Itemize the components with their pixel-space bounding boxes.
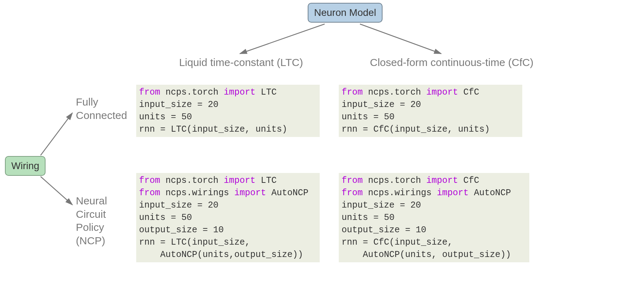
row-header-fully-connected: Fully Connected	[76, 95, 127, 122]
svg-line-1	[360, 24, 441, 54]
column-header-ltc: Liquid time-constant (LTC)	[162, 56, 320, 68]
neuron-model-label: Neuron Model	[314, 7, 376, 18]
row-header-ncp: Neural Circuit Policy (NCP)	[76, 194, 107, 247]
code-ncp-cfc: from ncps.torch import CfC from ncps.wir…	[339, 173, 529, 262]
neuron-model-node: Neuron Model	[308, 3, 383, 23]
svg-line-3	[41, 177, 72, 205]
wiring-node: Wiring	[5, 156, 46, 176]
svg-line-2	[41, 113, 72, 155]
svg-line-0	[240, 24, 325, 54]
wiring-label: Wiring	[11, 160, 39, 171]
column-header-cfc: Closed-form continuous-time (CfC)	[353, 56, 550, 68]
code-fc-ltc: from ncps.torch import LTC input_size = …	[136, 85, 320, 137]
code-fc-cfc: from ncps.torch import CfC input_size = …	[339, 85, 522, 137]
code-ncp-ltc: from ncps.torch import LTC from ncps.wir…	[136, 173, 320, 262]
